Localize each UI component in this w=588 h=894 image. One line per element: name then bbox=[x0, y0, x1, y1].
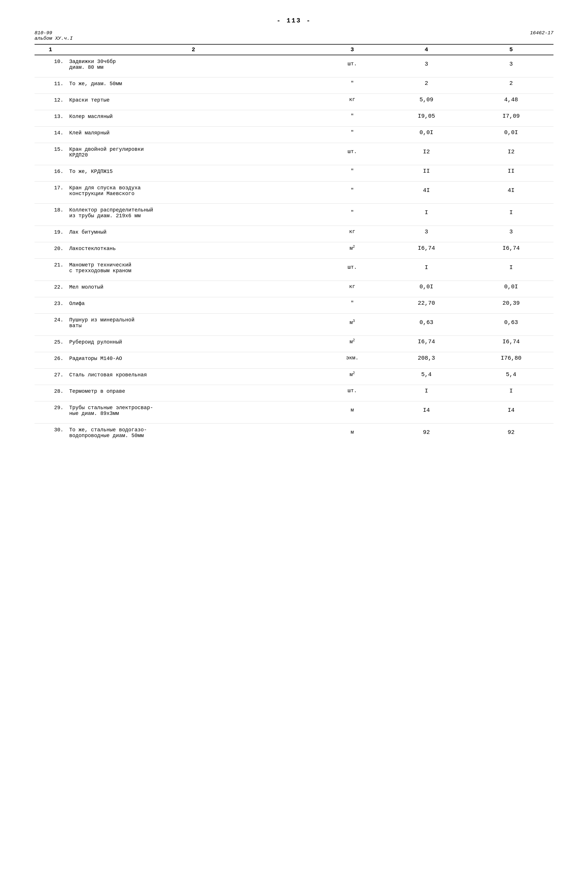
table-row: 19.Лак битумныйкг33 bbox=[35, 226, 553, 238]
row-unit: " bbox=[320, 127, 384, 138]
row-col5: I4 bbox=[469, 402, 553, 419]
row-col4: 5,09 bbox=[384, 94, 469, 106]
row-number: 22. bbox=[35, 281, 66, 293]
spacer-row bbox=[35, 292, 553, 297]
table-row: 28.Термометр в оправешт.II bbox=[35, 385, 553, 397]
row-col5: I2 bbox=[469, 143, 553, 160]
header-col4: 4 bbox=[384, 44, 469, 55]
table-row: 13.Колер масляный"I9,05I7,09 bbox=[35, 110, 553, 122]
row-name: Трубы стальные электросвар-ные диам. 89х… bbox=[66, 402, 320, 419]
spacer-row bbox=[35, 419, 553, 424]
row-name: То же, стальные водогазо-водопроводные д… bbox=[66, 424, 320, 441]
row-unit: м3 bbox=[320, 314, 384, 331]
row-unit: кг bbox=[320, 226, 384, 238]
row-number: 26. bbox=[35, 352, 66, 364]
row-number: 24. bbox=[35, 314, 66, 331]
row-col4: 92 bbox=[384, 424, 469, 441]
main-table-wrapper: 1 2 3 4 5 10.Задвижки 30ч6брдиам. 80 ммш… bbox=[35, 44, 553, 445]
row-name: Мел молотый bbox=[66, 281, 320, 293]
row-name: Пушнур из минеральнойваты bbox=[66, 314, 320, 331]
row-unit: шт. bbox=[320, 385, 384, 397]
row-unit: " bbox=[320, 181, 384, 199]
row-name: Радиаторы М140-АО bbox=[66, 352, 320, 364]
row-col5: 20,39 bbox=[469, 297, 553, 309]
row-name: Рубероид рулонный bbox=[66, 336, 320, 347]
spacer-row bbox=[35, 276, 553, 281]
table-row: 10.Задвижки 30ч6брдиам. 80 ммшт.33 bbox=[35, 55, 553, 72]
row-col4: 3 bbox=[384, 55, 469, 72]
row-col5: I6,74 bbox=[469, 242, 553, 254]
spacer-row bbox=[35, 138, 553, 143]
row-name: Краски тертые bbox=[66, 94, 320, 106]
row-col5: I6,74 bbox=[469, 336, 553, 347]
row-unit: " bbox=[320, 297, 384, 309]
row-col4: 0,0I bbox=[384, 127, 469, 138]
spacer-row bbox=[35, 72, 553, 77]
table-header-row: 1 2 3 4 5 bbox=[35, 44, 553, 55]
spacer-row bbox=[35, 254, 553, 259]
table-row: 21.Манометр техническийс трехходовым кра… bbox=[35, 259, 553, 276]
row-unit: м bbox=[320, 424, 384, 441]
row-col4: 22,70 bbox=[384, 297, 469, 309]
table-row: 15.Кран двойной регулировкиКРДП20шт.I2I2 bbox=[35, 143, 553, 160]
spacer-row bbox=[35, 397, 553, 402]
table-row: 12.Краски тертыекг5,094,48 bbox=[35, 94, 553, 106]
row-number: 20. bbox=[35, 242, 66, 254]
row-name: Кран двойной регулировкиКРДП20 bbox=[66, 143, 320, 160]
row-col5: 0,0I bbox=[469, 281, 553, 293]
spacer-row bbox=[35, 105, 553, 110]
row-name: Кран для спуска воздухаконструкции Маевс… bbox=[66, 181, 320, 199]
row-col5: 3 bbox=[469, 226, 553, 238]
row-number: 17. bbox=[35, 181, 66, 199]
row-col4: I bbox=[384, 385, 469, 397]
row-name: Коллектор распределительныйиз трубы диам… bbox=[66, 204, 320, 221]
row-number: 21. bbox=[35, 259, 66, 276]
row-number: 16. bbox=[35, 165, 66, 177]
row-number: 10. bbox=[35, 55, 66, 72]
row-unit: шт. bbox=[320, 143, 384, 160]
spacer-row bbox=[35, 160, 553, 165]
table-row: 16.То же, КРДПЖ15"IIII bbox=[35, 165, 553, 177]
row-col4: I bbox=[384, 204, 469, 221]
album-name: альбом ХУ.ч.I bbox=[35, 36, 73, 41]
spacer-row bbox=[35, 364, 553, 368]
main-table: 1 2 3 4 5 10.Задвижки 30ч6брдиам. 80 ммш… bbox=[35, 44, 553, 445]
top-left-info: 810-99 альбом ХУ.ч.I bbox=[35, 30, 73, 41]
row-col4: 208,3 bbox=[384, 352, 469, 364]
row-col4: 5,4 bbox=[384, 368, 469, 381]
row-unit: м2 bbox=[320, 368, 384, 381]
table-row: 27.Сталь листовая кровельнаям25,45,4 bbox=[35, 368, 553, 381]
row-col4: 0,63 bbox=[384, 314, 469, 331]
row-number: 30. bbox=[35, 424, 66, 441]
row-number: 19. bbox=[35, 226, 66, 238]
spacer-row bbox=[35, 221, 553, 226]
row-name: То же, диам. 50мм bbox=[66, 77, 320, 89]
table-row: 23.Олифа"22,7020,39 bbox=[35, 297, 553, 309]
row-number: 18. bbox=[35, 204, 66, 221]
table-row: 29.Трубы стальные электросвар-ные диам. … bbox=[35, 402, 553, 419]
table-row: 18.Коллектор распределительныйиз трубы д… bbox=[35, 204, 553, 221]
row-col5: I76,80 bbox=[469, 352, 553, 364]
row-name: Олифа bbox=[66, 297, 320, 309]
row-number: 25. bbox=[35, 336, 66, 347]
row-unit: м bbox=[320, 402, 384, 419]
spacer-row bbox=[35, 177, 553, 181]
table-row: 25.Рубероид рулонныйм2I6,74I6,74 bbox=[35, 336, 553, 347]
row-unit: шт. bbox=[320, 55, 384, 72]
row-name: Колер масляный bbox=[66, 110, 320, 122]
row-unit: шт. bbox=[320, 259, 384, 276]
table-row: 11.То же, диам. 50мм"22 bbox=[35, 77, 553, 89]
row-col5: 5,4 bbox=[469, 368, 553, 381]
spacer-row bbox=[35, 122, 553, 127]
row-col5: I bbox=[469, 259, 553, 276]
row-col5: 92 bbox=[469, 424, 553, 441]
table-row: 20.Лакостеклотканьм2I6,74I6,74 bbox=[35, 242, 553, 254]
row-col4: I2 bbox=[384, 143, 469, 160]
table-row: 17.Кран для спуска воздухаконструкции Ма… bbox=[35, 181, 553, 199]
row-unit: экм. bbox=[320, 352, 384, 364]
row-number: 13. bbox=[35, 110, 66, 122]
row-unit: м2 bbox=[320, 242, 384, 254]
row-col5: 2 bbox=[469, 77, 553, 89]
row-col5: 0,63 bbox=[469, 314, 553, 331]
row-name: Лакостеклоткань bbox=[66, 242, 320, 254]
